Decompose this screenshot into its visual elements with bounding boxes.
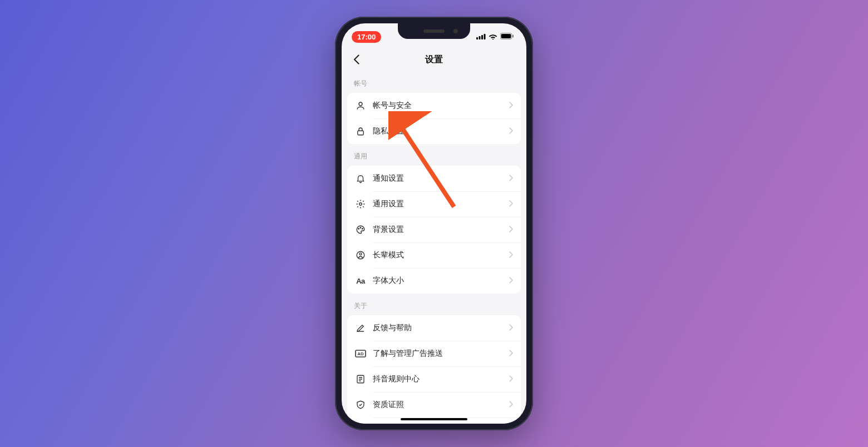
item-label: 抖音规则中心 — [373, 374, 509, 384]
svg-point-14 — [359, 253, 362, 255]
section-header-about: 关于 — [347, 294, 521, 315]
settings-content[interactable]: 帐号 帐号与安全 隐私设置 通用 — [342, 71, 526, 424]
section-header-general: 通用 — [347, 144, 521, 166]
item-label: 字体大小 — [373, 276, 509, 286]
svg-rect-2 — [481, 35, 483, 39]
rules-icon — [355, 374, 366, 385]
item-ads[interactable]: AD 了解与管理广告推送 — [347, 341, 521, 366]
pencil-icon — [355, 322, 366, 334]
aa-icon: Aa — [355, 275, 366, 286]
chevron-right-icon — [509, 276, 513, 286]
chevron-right-icon — [509, 349, 513, 359]
item-notification[interactable]: 通知设置 — [347, 166, 521, 191]
item-label: 了解与管理广告推送 — [373, 349, 509, 359]
chevron-right-icon — [509, 323, 513, 333]
chevron-right-icon — [509, 199, 513, 209]
item-label: 隐私设置 — [373, 126, 509, 136]
svg-point-9 — [359, 203, 362, 206]
svg-rect-8 — [358, 131, 364, 135]
nav-bar: 设置 — [342, 48, 526, 71]
item-feedback[interactable]: 反馈与帮助 — [347, 315, 521, 341]
person-icon — [355, 100, 366, 111]
back-button[interactable] — [349, 53, 363, 66]
item-label: 背景设置 — [373, 225, 509, 235]
battery-icon — [500, 32, 514, 42]
chevron-right-icon — [509, 126, 513, 136]
item-qualification[interactable]: 资质证照 — [347, 392, 521, 418]
item-label: 长辈模式 — [373, 250, 509, 260]
svg-text:AD: AD — [358, 351, 364, 356]
item-background[interactable]: 背景设置 — [347, 217, 521, 242]
svg-rect-3 — [484, 34, 486, 39]
status-icons — [476, 32, 514, 42]
item-account-security[interactable]: 帐号与安全 — [347, 93, 521, 118]
chevron-right-icon — [509, 400, 513, 410]
ad-icon: AD — [355, 348, 366, 359]
wifi-icon — [489, 32, 497, 42]
chevron-right-icon — [509, 374, 513, 384]
item-privacy[interactable]: 隐私设置 — [347, 118, 521, 144]
chevron-right-icon — [509, 173, 513, 183]
item-rules[interactable]: 抖音规则中心 — [347, 366, 521, 392]
chevron-left-icon — [353, 54, 359, 64]
shield-icon — [355, 399, 366, 410]
item-label: 反馈与帮助 — [373, 323, 509, 333]
section-card-general: 通知设置 通用设置 背景设置 — [347, 166, 521, 294]
svg-rect-5 — [501, 34, 511, 38]
item-label: 资质证照 — [373, 400, 509, 410]
item-label: 通用设置 — [373, 199, 509, 209]
elder-icon — [355, 250, 366, 261]
status-time-pill: 17:00 — [352, 31, 381, 43]
bell-icon — [355, 173, 366, 184]
svg-point-11 — [360, 227, 361, 229]
item-label: 通知设置 — [373, 173, 509, 183]
svg-rect-6 — [512, 35, 514, 38]
item-general-settings[interactable]: 通用设置 — [347, 191, 521, 217]
svg-rect-1 — [479, 36, 481, 39]
svg-rect-0 — [476, 37, 478, 39]
section-card-account: 帐号与安全 隐私设置 — [347, 93, 521, 144]
svg-point-7 — [359, 102, 362, 106]
page-title: 设置 — [425, 54, 443, 66]
svg-point-10 — [358, 229, 359, 230]
section-card-about: 反馈与帮助 AD 了解与管理广告推送 抖音规则中心 — [347, 315, 521, 424]
lock-icon — [355, 126, 366, 137]
home-indicator[interactable] — [401, 418, 467, 420]
phone-screen: 17:00 设置 帐号 — [342, 23, 526, 424]
palette-icon — [355, 224, 366, 235]
section-header-account: 帐号 — [347, 71, 521, 93]
item-font-size[interactable]: Aa 字体大小 — [347, 268, 521, 294]
gear-icon — [355, 198, 366, 210]
phone-frame: 17:00 设置 帐号 — [335, 17, 533, 430]
svg-point-12 — [362, 229, 363, 230]
item-elder-mode[interactable]: 长辈模式 — [347, 242, 521, 268]
chevron-right-icon — [509, 225, 513, 235]
chevron-right-icon — [509, 250, 513, 260]
item-label: 帐号与安全 — [373, 101, 509, 111]
notch — [398, 23, 470, 39]
chevron-right-icon — [509, 101, 513, 111]
cellular-icon — [476, 32, 486, 42]
